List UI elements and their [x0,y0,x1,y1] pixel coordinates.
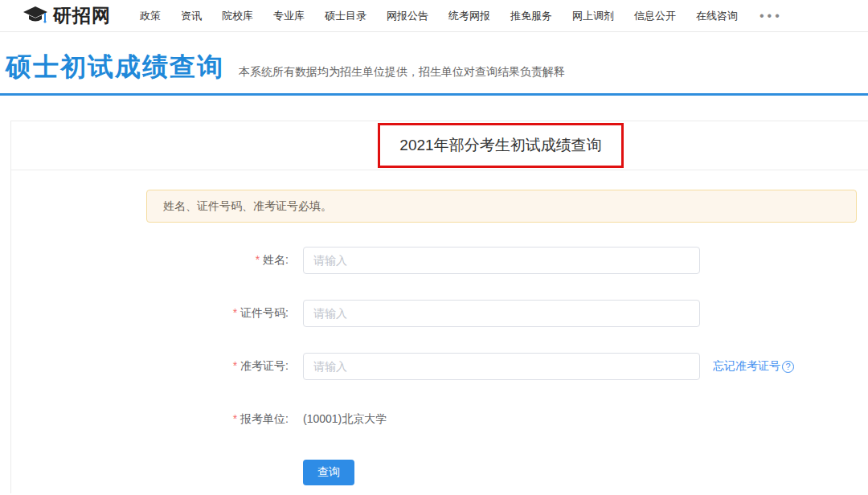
graduation-cap-icon [23,6,48,27]
ticket-number-label: *准考证号: [11,359,303,374]
nav-item-major-library[interactable]: 专业库 [273,9,305,23]
nav-item-policy[interactable]: 政策 [140,9,161,23]
required-asterisk: * [233,359,237,372]
card-body: 姓名、证件号码、准考证号必填。 *姓名: *证件号码: *准考证号: 忘记准考证… [11,170,868,486]
query-button[interactable]: 查询 [303,460,354,485]
nav-item-college-library[interactable]: 院校库 [222,9,253,23]
form-row-submit: 查询 [11,459,868,486]
page-subtitle: 本系统所有数据均为招生单位提供，招生单位对查询结果负责解释 [239,65,565,85]
card-header: 2021年部分考生初试成绩查询 [11,121,868,170]
id-number-input[interactable] [303,300,700,327]
card-title: 2021年部分考生初试成绩查询 [399,135,601,156]
id-number-label-text: 证件号码: [240,306,289,319]
page-header: 硕士初试成绩查询 本系统所有数据均为招生单位提供，招生单位对查询结果负责解释 [0,32,868,93]
target-unit-value: (10001)北京大学 [303,412,387,427]
form-row-ticket-number: *准考证号: 忘记准考证号 ? [11,353,868,380]
site-logo[interactable]: 研招网 [23,3,111,28]
nav-menu: 政策 资讯 院校库 专业库 硕士目录 网报公告 统考网报 推免服务 网上调剂 信… [140,9,783,23]
name-label: *姓名: [11,253,303,268]
ticket-number-label-text: 准考证号: [240,359,289,372]
nav-item-unified-exam-report[interactable]: 统考网报 [448,9,490,23]
help-question-icon: ? [782,361,794,373]
form-row-target-unit: *报考单位: (10001)北京大学 [11,406,868,433]
more-menu-icon[interactable]: ••• [760,12,783,20]
name-label-text: 姓名: [263,253,289,266]
nav-item-exempt-service[interactable]: 推免服务 [510,9,552,23]
nav-item-online-adjustment[interactable]: 网上调剂 [572,9,614,23]
nav-item-master-catalog[interactable]: 硕士目录 [325,9,366,23]
page-title: 硕士初试成绩查询 [6,50,224,85]
nav-item-info-disclosure[interactable]: 信息公开 [634,9,676,23]
target-unit-label-text: 报考单位: [240,412,289,425]
ticket-number-input[interactable] [303,353,700,380]
top-navbar: 研招网 政策 资讯 院校库 专业库 硕士目录 网报公告 统考网报 推免服务 网上… [0,0,868,32]
forgot-ticket-link-text: 忘记准考证号 [713,359,780,374]
id-number-label: *证件号码: [11,306,303,321]
forgot-ticket-link[interactable]: 忘记准考证号 ? [713,359,794,374]
required-asterisk: * [233,412,237,425]
form-row-name: *姓名: [11,247,868,274]
name-input[interactable] [303,247,700,274]
logo-text: 研招网 [53,3,111,28]
nav-item-online-report-notice[interactable]: 网报公告 [387,9,428,23]
required-fields-notice: 姓名、证件号码、准考证号必填。 [146,190,857,223]
form-row-id-number: *证件号码: [11,300,868,327]
required-asterisk: * [256,253,260,266]
header-divider [0,93,868,96]
score-query-card: 2021年部分考生初试成绩查询 姓名、证件号码、准考证号必填。 *姓名: *证件… [10,121,868,493]
required-asterisk: * [233,306,237,319]
nav-item-news[interactable]: 资讯 [181,9,202,23]
nav-item-online-consult[interactable]: 在线咨询 [696,9,738,23]
target-unit-label: *报考单位: [11,412,303,427]
